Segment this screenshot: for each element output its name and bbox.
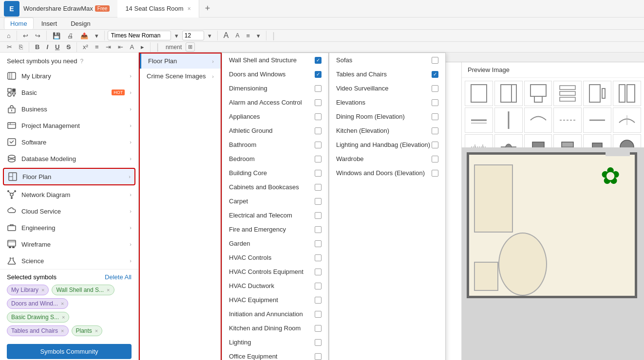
- tag-wall-shell[interactable]: Wall Shell and S... ×: [52, 285, 114, 295]
- export-btn[interactable]: 📤: [77, 31, 91, 41]
- print-btn[interactable]: 🖨: [64, 31, 76, 41]
- redo-btn[interactable]: ↪: [32, 31, 43, 41]
- checkbox-kitchen-dining[interactable]: [315, 325, 322, 332]
- font-dropdown[interactable]: ▾: [172, 31, 181, 41]
- tag-close-wall-shell[interactable]: ×: [107, 287, 110, 293]
- preview-sym-9[interactable]: [524, 108, 552, 133]
- checkbox-cabinets[interactable]: [315, 184, 322, 191]
- tag-close-plants[interactable]: ×: [95, 328, 98, 334]
- tab-home[interactable]: Home: [4, 18, 34, 29]
- sidebar-item-basic[interactable]: Basic HOT ›: [0, 84, 138, 101]
- checkbox-garden[interactable]: [315, 240, 322, 247]
- tab-close-icon[interactable]: ×: [188, 5, 191, 12]
- sidebar-item-science[interactable]: Science ›: [0, 252, 138, 269]
- checkbox-dimensioning[interactable]: [315, 85, 322, 92]
- cat-kitchen-dining[interactable]: Kitchen and Dining Room: [222, 321, 328, 335]
- cat-hvac-controls[interactable]: HVAC Controls: [222, 251, 328, 265]
- font-color-btn[interactable]: A: [127, 42, 137, 52]
- checkbox-electrical[interactable]: [315, 212, 322, 219]
- cat-sofas[interactable]: Sofas: [329, 53, 445, 67]
- toolbar-more[interactable]: ▾: [254, 31, 263, 41]
- cat-initiation[interactable]: Initiation and Annunciation: [222, 307, 328, 321]
- cat-appliances[interactable]: Appliances: [222, 109, 328, 124]
- checkbox-dining-elevation[interactable]: [432, 113, 438, 120]
- tag-plants[interactable]: Plants ×: [72, 325, 103, 336]
- checkbox-office-equip[interactable]: [315, 353, 322, 360]
- cat-building-core[interactable]: Building Core: [222, 166, 328, 180]
- checkbox-kitchen-elevation[interactable]: [432, 127, 438, 134]
- cat-athletic[interactable]: Athletic Ground: [222, 124, 328, 138]
- sidebar-item-cloud[interactable]: Cloud Service ›: [0, 203, 138, 219]
- tab-design[interactable]: Design: [65, 18, 96, 29]
- font-decrease-btn[interactable]: A: [233, 31, 243, 40]
- sidebar-item-database[interactable]: Database Modeling ›: [0, 150, 138, 167]
- checkbox-athletic[interactable]: [315, 127, 322, 134]
- checkbox-hvac-equip-cat[interactable]: [315, 269, 322, 275]
- tag-doors-windows[interactable]: Doors and Wind... ×: [7, 298, 68, 309]
- preview-sym-10[interactable]: [553, 108, 582, 133]
- sidebar-item-engineering[interactable]: Engineering ›: [0, 219, 138, 236]
- cat-bathroom[interactable]: Bathroom: [222, 138, 328, 152]
- cat-office-equip[interactable]: Office Equipment: [222, 349, 328, 360]
- cat-hvac-equip[interactable]: HVAC Equipment: [222, 293, 328, 307]
- outdent-btn[interactable]: ⇤: [115, 42, 126, 52]
- tag-close-tables-chairs[interactable]: ×: [61, 328, 64, 334]
- tag-close-my-library[interactable]: ×: [41, 287, 44, 293]
- cat-garden[interactable]: Garden: [222, 236, 328, 251]
- cat-cabinets[interactable]: Cabinets and Bookcases: [222, 180, 328, 194]
- cat-bedroom[interactable]: Bedroom: [222, 152, 328, 166]
- font-size-input[interactable]: [182, 31, 204, 40]
- cat-windows-doors-elev[interactable]: Windows and Doors (Elevation): [329, 166, 445, 180]
- cat-wardrobe[interactable]: Wardrobe: [329, 152, 445, 166]
- strike-btn[interactable]: S: [63, 42, 74, 52]
- checkbox-tables-chairs[interactable]: [432, 71, 438, 78]
- sidebar-item-floor-plan[interactable]: Floor Plan ›: [3, 168, 135, 185]
- checkbox-lighting-handbag[interactable]: [432, 142, 438, 148]
- preview-sym-3[interactable]: [524, 81, 552, 106]
- checkbox-hvac-equip[interactable]: [315, 297, 322, 304]
- sidebar-item-network[interactable]: Network Diagram ›: [0, 186, 138, 203]
- checkbox-hvac-ductwork[interactable]: [315, 283, 322, 289]
- save-btn[interactable]: 💾: [50, 31, 63, 41]
- sidebar-item-project-management[interactable]: Project Management ›: [0, 117, 138, 134]
- cat-carpet[interactable]: Carpet: [222, 194, 328, 208]
- preview-sym-2[interactable]: [494, 81, 523, 106]
- floorplan-lower-canvas[interactable]: ✿: [462, 147, 644, 360]
- font-size-dropdown[interactable]: ▾: [205, 31, 214, 41]
- underline-btn[interactable]: U: [52, 42, 62, 52]
- help-icon[interactable]: ?: [80, 58, 84, 65]
- tag-basic-drawing[interactable]: Basic Drawing S... ×: [7, 312, 69, 323]
- tag-my-library[interactable]: My Library ×: [7, 285, 49, 295]
- checkbox-windows-doors-elev[interactable]: [432, 170, 438, 177]
- preview-sym-7[interactable]: [465, 108, 493, 133]
- preview-sym-1[interactable]: [465, 81, 493, 106]
- preview-sym-6[interactable]: [613, 81, 641, 106]
- checkbox-bedroom[interactable]: [315, 156, 322, 162]
- checkbox-elevations[interactable]: [432, 99, 438, 106]
- font-increase-btn[interactable]: A: [221, 30, 232, 41]
- checkbox-bathroom[interactable]: [315, 142, 322, 148]
- checkbox-wall-shell[interactable]: [315, 57, 322, 64]
- tag-close-basic-drawing[interactable]: ×: [62, 314, 65, 320]
- cat-electrical[interactable]: Electrical and Telecom: [222, 208, 328, 222]
- bold-btn[interactable]: B: [32, 42, 42, 52]
- checkbox-lighting[interactable]: [315, 339, 322, 346]
- fp-submenu-floor-plan[interactable]: Floor Plan ›: [140, 54, 221, 69]
- indent-btn[interactable]: ⇥: [103, 42, 114, 52]
- checkbox-hvac-controls[interactable]: [315, 254, 322, 261]
- highlight-btn[interactable]: ▸: [138, 42, 147, 52]
- cat-doors-windows[interactable]: Doors and Windows: [222, 67, 328, 81]
- dropdown-btn[interactable]: ▾: [92, 31, 101, 41]
- italic-btn[interactable]: I: [43, 42, 51, 52]
- community-button[interactable]: Symbols Community: [7, 344, 132, 359]
- list-btn[interactable]: ≡: [92, 42, 102, 52]
- cat-fire[interactable]: Fire and Emergency: [222, 222, 328, 236]
- align-btn[interactable]: ≡: [244, 31, 253, 41]
- preview-sym-5[interactable]: [583, 81, 611, 106]
- cat-kitchen-elevation[interactable]: Kitchen (Elevation): [329, 124, 445, 138]
- cat-tables-chairs[interactable]: Tables and Chairs: [329, 67, 445, 81]
- sidebar-item-business[interactable]: Business ›: [0, 101, 138, 117]
- ruler-toggle[interactable]: ⊞: [186, 42, 195, 52]
- tab-add-button[interactable]: +: [199, 3, 216, 14]
- preview-sym-4[interactable]: [553, 81, 582, 106]
